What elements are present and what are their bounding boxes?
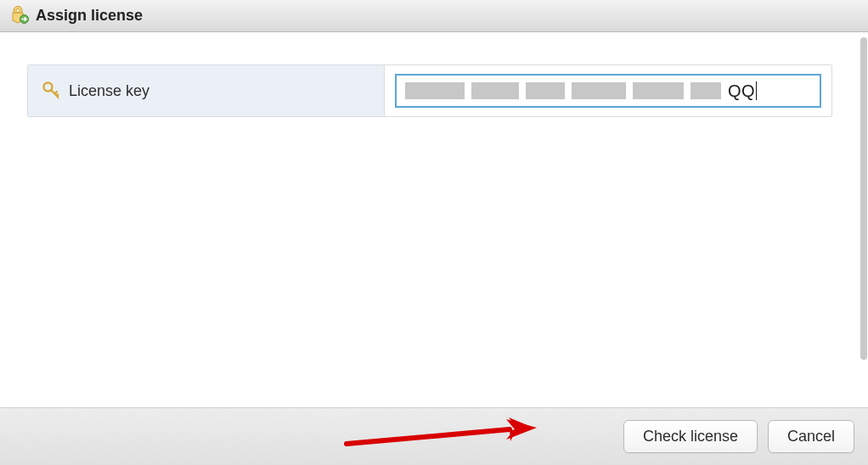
- license-input-cell: QQ: [385, 65, 831, 116]
- svg-marker-5: [509, 417, 534, 441]
- redacted-segment: [405, 82, 465, 99]
- license-label-cell: License key: [28, 65, 385, 116]
- redacted-segment: [690, 82, 721, 99]
- redacted-segment: [526, 82, 565, 99]
- dialog-body: License key QQ: [0, 32, 868, 407]
- dialog-titlebar: Assign license: [0, 0, 868, 32]
- cancel-button[interactable]: Cancel: [768, 420, 854, 453]
- license-key-input[interactable]: QQ: [395, 74, 821, 108]
- annotation-arrow-icon: [340, 417, 544, 457]
- vertical-scrollbar[interactable]: [860, 32, 868, 407]
- check-license-button[interactable]: Check license: [623, 420, 758, 453]
- redacted-segment: [471, 82, 519, 99]
- dialog-footer: Check license Cancel: [0, 407, 868, 465]
- key-icon: [42, 81, 60, 102]
- assign-license-icon: [10, 5, 29, 26]
- dialog-title: Assign license: [36, 7, 143, 25]
- license-field-row: License key QQ: [27, 64, 832, 117]
- svg-marker-6: [506, 419, 537, 440]
- license-key-visible-tail: QQ: [728, 81, 755, 101]
- content-area: License key QQ: [0, 32, 860, 407]
- scrollbar-thumb[interactable]: [860, 37, 867, 360]
- license-label: License key: [69, 82, 149, 100]
- text-caret: [756, 81, 757, 100]
- svg-point-1: [16, 8, 20, 12]
- redacted-segment: [633, 82, 684, 99]
- svg-line-4: [347, 429, 510, 444]
- redacted-segment: [572, 82, 626, 99]
